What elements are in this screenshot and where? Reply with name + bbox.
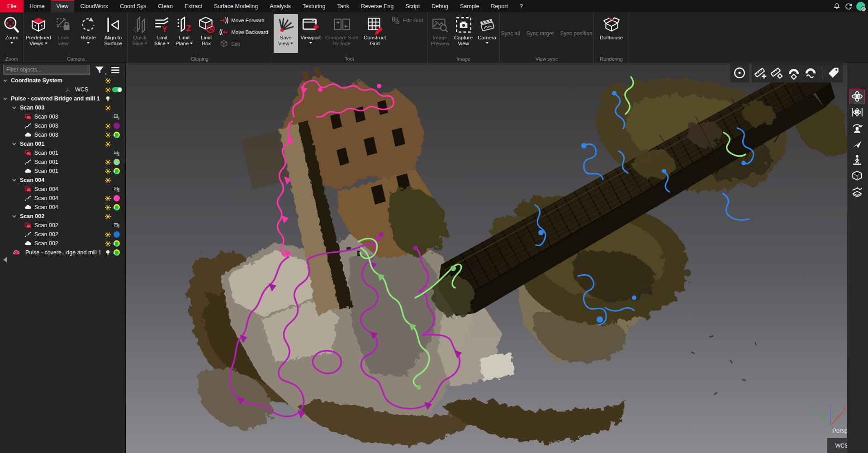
menu-tab-help[interactable]: ? <box>514 0 529 12</box>
image-list-icon[interactable] <box>113 186 120 193</box>
move-forward-button[interactable]: Move Forward <box>219 15 268 25</box>
move-backward-button[interactable]: Move Backward <box>219 27 268 37</box>
tree-item-scan002-images[interactable]: Scan 002 <box>0 221 125 230</box>
menu-tab-report[interactable]: Report <box>485 0 514 12</box>
color-swatch[interactable] <box>114 168 120 174</box>
nav-examine-box-button[interactable] <box>849 168 865 183</box>
dollhouse-button[interactable]: Dollhouse <box>597 14 626 53</box>
tree-item-scan002-group[interactable]: Scan 002 <box>0 212 125 221</box>
visibility-sun-icon[interactable] <box>104 240 111 247</box>
capture-view-button[interactable]: CaptureView <box>452 14 475 53</box>
color-swatch[interactable] <box>114 195 120 201</box>
tree-item-scan001-group[interactable]: Scan 001 <box>0 139 125 148</box>
panel-collapse-arrow[interactable] <box>0 257 7 262</box>
color-swatch[interactable] <box>114 159 120 165</box>
viewport-button[interactable]: Viewport <box>299 14 323 53</box>
nav-look-around-button[interactable] <box>849 120 865 136</box>
viewport-3d-scene[interactable] <box>126 62 847 453</box>
visibility-sun-icon[interactable] <box>104 168 111 175</box>
tree-item-scan004-cloud[interactable]: Scan 004 <box>0 203 125 212</box>
menu-tab-extract[interactable]: Extract <box>179 0 208 12</box>
tree-item-pulse-project[interactable]: Pulse - covered Bridge and mill 1 <box>0 94 125 103</box>
menu-tab-coord-sys[interactable]: Coord Sys <box>114 0 152 12</box>
camera-button[interactable]: Camera <box>475 14 498 53</box>
visibility-sun-icon[interactable] <box>104 159 111 166</box>
menu-tab-analysis[interactable]: Analysis <box>264 0 297 12</box>
visibility-sun-icon[interactable] <box>104 105 111 111</box>
visibility-sun-icon[interactable] <box>104 177 111 184</box>
menu-tab-sample[interactable]: Sample <box>454 0 485 12</box>
zoom-button[interactable]: Zoom <box>1 14 23 53</box>
visibility-bulb-icon[interactable] <box>104 249 111 256</box>
color-swatch[interactable] <box>114 123 120 129</box>
tree-item-scan001-images[interactable]: Scan 001 <box>0 148 125 157</box>
visibility-sun-icon[interactable] <box>104 213 111 220</box>
tag-label-icon[interactable] <box>827 66 840 80</box>
visibility-sun-icon[interactable] <box>104 195 111 202</box>
image-list-icon[interactable] <box>113 114 120 120</box>
color-swatch[interactable] <box>114 231 120 238</box>
save-view-button[interactable]: Save View <box>274 14 298 53</box>
visibility-sun-icon[interactable] <box>104 77 111 84</box>
menu-tab-script[interactable]: Script <box>399 0 426 12</box>
filter-objects-input[interactable] <box>3 65 90 75</box>
measure-angle-points-icon[interactable] <box>787 66 801 80</box>
visibility-bulb-icon[interactable] <box>104 95 111 102</box>
tree-menu-button[interactable] <box>110 65 122 76</box>
filter-funnel-button[interactable]: ˅ <box>94 65 106 76</box>
visibility-sun-icon[interactable] <box>104 204 111 211</box>
nav-fly-button[interactable] <box>849 136 865 152</box>
menu-tab-surface-modeling[interactable]: Surface Modeling <box>208 0 264 12</box>
tree-item-coordinate-system[interactable]: Coordinate System <box>0 76 125 85</box>
construct-grid-button[interactable]: ConstructGrid <box>361 14 389 53</box>
predefined-views-button[interactable]: Predefined Views <box>26 14 51 53</box>
menu-tab-home[interactable]: Home <box>24 0 50 12</box>
color-swatch[interactable] <box>114 249 120 256</box>
tree-item-scan001-trajectory[interactable]: Scan 001 <box>0 157 125 167</box>
user-avatar[interactable] <box>856 2 865 11</box>
tree-item-scan003-cloud[interactable]: Scan 003 <box>0 130 125 139</box>
image-list-icon[interactable] <box>113 222 120 229</box>
nav-constrained-orbit-button[interactable] <box>849 105 865 120</box>
visibility-sun-icon[interactable] <box>104 123 111 129</box>
measure-distance-add-icon[interactable] <box>754 66 767 80</box>
nav-turntable-button[interactable] <box>849 184 865 199</box>
sync-refresh-icon[interactable] <box>844 2 853 10</box>
limit-slice-button[interactable]: Limit Slice <box>151 14 173 53</box>
rotate-button[interactable]: Rotate <box>76 14 100 53</box>
tree-item-pulse-merged-cloud[interactable]: Pulse - covere...dge and mill 1 <box>0 248 125 257</box>
visibility-sun-icon[interactable] <box>104 86 111 93</box>
menu-tab-tank[interactable]: Tank <box>331 0 355 12</box>
notifications-bell-icon[interactable] <box>833 2 841 10</box>
nav-walk-button[interactable] <box>849 152 865 167</box>
tree-item-scan003-images[interactable]: Scan 003 <box>0 112 125 121</box>
visibility-sun-icon[interactable] <box>104 231 111 238</box>
measure-distance-points-icon[interactable] <box>770 66 784 80</box>
tree-item-scan001-cloud[interactable]: Scan 001 <box>0 167 125 176</box>
visibility-sun-icon[interactable] <box>104 132 111 138</box>
menu-tab-view[interactable]: View <box>51 0 75 12</box>
measure-angle-surface-icon[interactable] <box>804 66 817 80</box>
menu-tab-reverse-eng[interactable]: Reverse Eng <box>355 0 399 12</box>
align-to-surface-button[interactable]: Align toSurface <box>101 14 125 53</box>
tree-item-scan003-group[interactable]: Scan 003 <box>0 103 125 112</box>
menu-file[interactable]: File <box>0 0 24 12</box>
nav-orbit-button[interactable] <box>849 89 865 104</box>
tree-item-scan003-trajectory[interactable]: Scan 003 <box>0 121 125 130</box>
tree-item-scan004-trajectory[interactable]: Scan 004 <box>0 194 125 203</box>
color-swatch[interactable] <box>114 240 120 247</box>
viewport-target-tool[interactable] <box>730 63 749 82</box>
color-swatch[interactable] <box>114 204 120 210</box>
tree-item-scan002-cloud[interactable]: Scan 002 <box>0 239 125 248</box>
tree-item-scan004-group[interactable]: Scan 004 <box>0 176 125 185</box>
menu-tab-texturing[interactable]: Texturing <box>297 0 332 12</box>
menu-tab-debug[interactable]: Debug <box>426 0 454 12</box>
limit-plane-button[interactable]: Limit Plane <box>173 14 195 53</box>
tree-item-scan004-images[interactable]: Scan 004 <box>0 185 125 194</box>
image-list-icon[interactable] <box>113 150 120 157</box>
visibility-sun-icon[interactable] <box>104 141 111 148</box>
limit-box-button[interactable]: LimitBox <box>195 14 217 53</box>
wcs-toggle-switch[interactable] <box>112 87 122 92</box>
menu-tab-cloudworx[interactable]: CloudWorx <box>74 0 114 12</box>
tree-item-scan002-trajectory[interactable]: Scan 002 <box>0 230 125 239</box>
